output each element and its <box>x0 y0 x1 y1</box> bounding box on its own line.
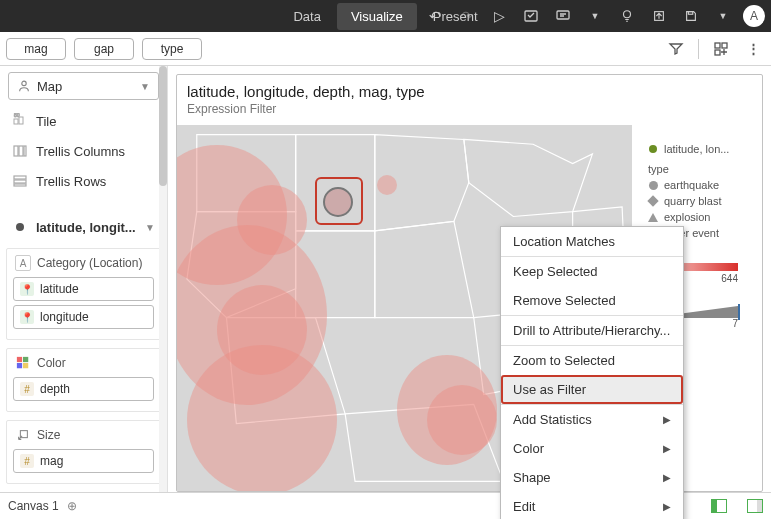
menu-remove-selected[interactable]: Remove Selected <box>501 286 683 315</box>
category-icon: A <box>15 255 31 271</box>
layer-row[interactable]: latitude, longit... ▼ <box>8 212 159 242</box>
columns-icon <box>12 143 28 159</box>
trellis-columns-row[interactable]: Trellis Columns <box>8 136 159 166</box>
svg-rect-15 <box>14 176 26 179</box>
tile-label: Tile <box>36 114 56 129</box>
svg-point-2 <box>624 11 631 18</box>
viz-type-label: Map <box>37 79 62 94</box>
svg-rect-16 <box>14 180 26 183</box>
tab-data[interactable]: Data <box>279 3 334 30</box>
svg-rect-10 <box>19 117 23 124</box>
lightbulb-icon[interactable] <box>615 4 639 28</box>
add-canvas-button[interactable]: ⊕ <box>67 499 77 513</box>
svg-rect-14 <box>24 146 26 156</box>
menu-drill[interactable]: Drill to Attribute/Hierarchy... <box>501 316 683 345</box>
location-glyph-icon: 📍 <box>20 282 34 296</box>
svg-rect-18 <box>17 357 22 362</box>
number-glyph-icon: # <box>20 382 34 396</box>
save-icon[interactable] <box>679 4 703 28</box>
tile-row[interactable]: 50 Tile <box>8 106 159 136</box>
viz-title: latitude, longitude, depth, mag, type <box>177 75 762 102</box>
person-icon <box>17 79 31 93</box>
trellis-rows-label: Trellis Rows <box>36 174 106 189</box>
chevron-down-icon: ▼ <box>145 222 155 233</box>
redo-icon[interactable]: ↷ <box>455 4 479 28</box>
submenu-arrow-icon: ▶ <box>663 414 671 425</box>
viz-type-select[interactable]: Map ▼ <box>8 72 159 100</box>
menu-shape[interactable]: Shape▶ <box>501 463 683 492</box>
color-icon <box>15 355 31 371</box>
section-title: Size <box>37 428 60 442</box>
layer-dot-icon <box>12 219 28 235</box>
chevron-down-icon[interactable]: ▼ <box>583 4 607 28</box>
refresh-icon[interactable] <box>519 4 543 28</box>
menu-location-matches[interactable]: Location Matches <box>501 227 683 256</box>
section-color: Color #depth <box>6 348 161 412</box>
canvas-area: latitude, longitude, depth, mag, type Ex… <box>168 66 771 492</box>
svg-rect-6 <box>722 43 727 48</box>
chip-label: mag <box>40 454 63 468</box>
canvas-tab[interactable]: Canvas 1 <box>8 499 59 513</box>
chip-label: depth <box>40 382 70 396</box>
tile-icon: 50 <box>12 113 28 129</box>
svg-rect-4 <box>688 12 692 15</box>
grammar-panel: Map ▼ 50 Tile Trellis Columns Trellis Ro… <box>0 66 168 492</box>
more-icon[interactable]: ⋮ <box>741 37 765 61</box>
size-icon <box>15 427 31 443</box>
legend-type-header: type <box>648 163 752 175</box>
svg-rect-5 <box>715 43 720 48</box>
layout-right-button[interactable] <box>747 499 763 513</box>
chevron-down-icon: ▼ <box>140 81 150 92</box>
chip-latitude[interactable]: 📍latitude <box>13 277 154 301</box>
legend-series-label: latitude, lon... <box>664 143 729 155</box>
scrollbar-thumb[interactable] <box>159 66 167 186</box>
menu-keep-selected[interactable]: Keep Selected <box>501 257 683 286</box>
funnel-icon[interactable] <box>664 37 688 61</box>
svg-rect-9 <box>14 119 18 124</box>
svg-rect-7 <box>715 50 720 55</box>
menu-use-as-filter[interactable]: Use as Filter <box>501 375 683 404</box>
tab-visualize[interactable]: Visualize <box>337 3 417 30</box>
legend-item[interactable]: quarry blast <box>648 193 752 209</box>
save-chevron-icon[interactable]: ▼ <box>711 4 735 28</box>
svg-text:50: 50 <box>14 113 20 118</box>
comment-icon[interactable] <box>551 4 575 28</box>
filter-pill-mag[interactable]: mag <box>6 38 66 60</box>
viz-subtitle: Expression Filter <box>177 102 762 122</box>
filter-pill-type[interactable]: type <box>142 38 202 60</box>
menu-edit[interactable]: Edit▶ <box>501 492 683 519</box>
menu-color[interactable]: Color▶ <box>501 434 683 463</box>
depth-max: 644 <box>721 273 738 284</box>
auto-viz-icon[interactable] <box>709 37 733 61</box>
legend-item[interactable]: explosion <box>648 209 752 225</box>
top-toolbar: Data Visualize Present ↶ ↷ ▷ ▼ ▼ A <box>0 0 771 32</box>
svg-point-8 <box>22 81 26 85</box>
section-title: Category (Location) <box>37 256 142 270</box>
chip-mag[interactable]: #mag <box>13 449 154 473</box>
menu-add-statistics[interactable]: Add Statistics▶ <box>501 405 683 434</box>
avatar[interactable]: A <box>743 5 765 27</box>
section-title: Color <box>37 356 66 370</box>
export-icon[interactable] <box>647 4 671 28</box>
chip-label: latitude <box>40 282 79 296</box>
chip-longitude[interactable]: 📍longitude <box>13 305 154 329</box>
svg-rect-13 <box>19 146 23 156</box>
chip-label: longitude <box>40 310 89 324</box>
legend-item[interactable]: earthquake <box>648 177 752 193</box>
submenu-arrow-icon: ▶ <box>663 472 671 483</box>
play-icon[interactable]: ▷ <box>487 4 511 28</box>
filter-pill-gap[interactable]: gap <box>74 38 134 60</box>
chip-depth[interactable]: #depth <box>13 377 154 401</box>
submenu-arrow-icon: ▶ <box>663 501 671 512</box>
context-menu: Location Matches Keep Selected Remove Se… <box>500 226 684 519</box>
layer-label: latitude, longit... <box>36 220 137 235</box>
section-category: ACategory (Location) 📍latitude 📍longitud… <box>6 248 161 340</box>
section-size: Size #mag <box>6 420 161 484</box>
location-glyph-icon: 📍 <box>20 310 34 324</box>
undo-icon[interactable]: ↶ <box>423 4 447 28</box>
svg-rect-1 <box>557 11 569 19</box>
trellis-rows-row[interactable]: Trellis Rows <box>8 166 159 196</box>
layout-left-button[interactable] <box>711 499 727 513</box>
svg-rect-12 <box>14 146 18 156</box>
menu-zoom[interactable]: Zoom to Selected <box>501 346 683 375</box>
